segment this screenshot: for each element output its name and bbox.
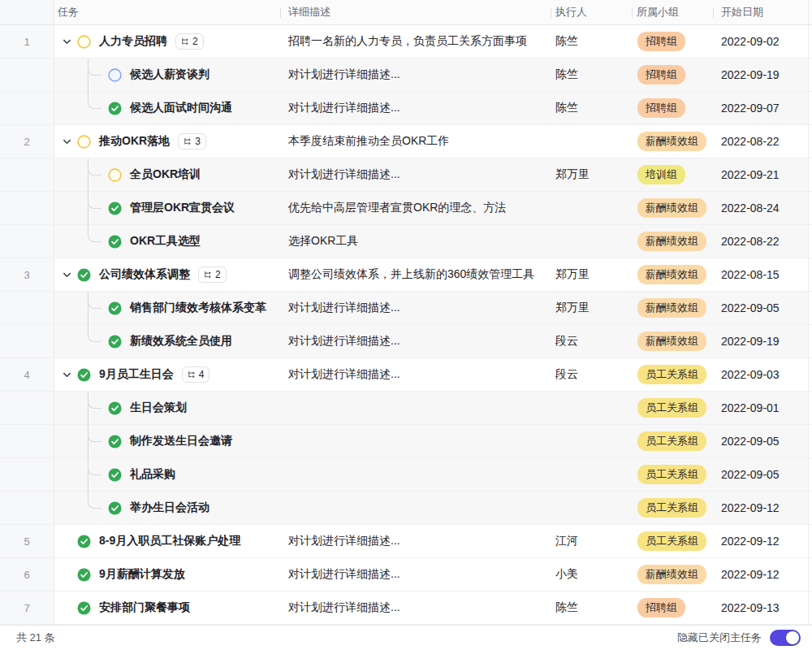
- description-cell[interactable]: 本季度结束前推动全员OKR工作: [280, 125, 551, 158]
- group-cell[interactable]: 薪酬绩效组: [632, 292, 713, 324]
- table-row[interactable]: 礼品采购员工关系组2022-09-05: [0, 458, 812, 492]
- group-cell[interactable]: 薪酬绩效组: [632, 258, 713, 291]
- description-cell[interactable]: 招聘一名新的人力专员，负责员工关系方面事项: [280, 25, 551, 58]
- executor-cell[interactable]: 郑万里: [551, 292, 632, 324]
- chevron-down-icon[interactable]: [63, 271, 71, 280]
- row-number-cell[interactable]: 1: [0, 25, 54, 58]
- start-date-cell[interactable]: 2022-09-21: [713, 158, 808, 191]
- description-cell[interactable]: 优先给中高层管理者宣贯OKR的理念、方法: [280, 192, 551, 224]
- group-cell[interactable]: 招聘组: [632, 92, 713, 124]
- group-cell[interactable]: 招聘组: [632, 25, 713, 58]
- group-pill[interactable]: 员工关系组: [637, 465, 706, 484]
- expand-chevron[interactable]: [63, 370, 77, 379]
- task-cell[interactable]: 人力专员招聘2: [54, 25, 280, 58]
- status-done-icon[interactable]: [77, 268, 91, 282]
- group-cell[interactable]: 薪酬绩效组: [632, 225, 713, 258]
- status-done-icon[interactable]: [108, 501, 122, 515]
- table-row[interactable]: 新绩效系统全员使用对计划进行详细描述...段云薪酬绩效组2022-09-19: [0, 325, 812, 358]
- start-date-cell[interactable]: 2022-09-01: [713, 392, 808, 424]
- status-done-icon[interactable]: [77, 601, 91, 615]
- executor-cell[interactable]: 陈竺: [551, 25, 632, 58]
- group-pill[interactable]: 薪酬绩效组: [637, 265, 706, 284]
- executor-cell[interactable]: 郑万里: [551, 258, 632, 291]
- group-cell[interactable]: 薪酬绩效组: [632, 325, 713, 358]
- table-row[interactable]: 69月薪酬计算发放对计划进行详细描述...小美薪酬绩效组2022-09-12: [0, 558, 812, 592]
- table-row[interactable]: 全员OKR培训对计划进行详细描述...郑万里培训组2022-09-21: [0, 158, 812, 192]
- description-cell[interactable]: 对计划进行详细描述...: [280, 292, 551, 324]
- executor-cell[interactable]: [551, 225, 632, 258]
- group-cell[interactable]: 培训组: [632, 158, 713, 191]
- task-cell[interactable]: 销售部门绩效考核体系变革: [54, 292, 280, 324]
- task-cell[interactable]: 管理层OKR宣贯会议: [54, 192, 280, 224]
- description-cell[interactable]: [280, 392, 551, 424]
- task-cell[interactable]: 9月员工生日会4: [54, 358, 280, 391]
- group-pill[interactable]: 薪酬绩效组: [637, 298, 706, 318]
- status-done-icon[interactable]: [77, 535, 91, 548]
- status-done-icon[interactable]: [108, 435, 122, 448]
- status-done-icon[interactable]: [108, 301, 122, 315]
- group-cell[interactable]: 员工关系组: [632, 358, 713, 391]
- group-cell[interactable]: 薪酬绩效组: [632, 125, 713, 158]
- description-cell[interactable]: 对计划进行详细描述...: [280, 558, 551, 591]
- status-done-icon[interactable]: [108, 335, 122, 349]
- task-cell[interactable]: 9月薪酬计算发放: [54, 558, 280, 591]
- description-cell[interactable]: 对计划进行详细描述...: [280, 58, 551, 91]
- start-date-cell[interactable]: 2022-09-19: [713, 325, 808, 358]
- executor-cell[interactable]: [551, 192, 632, 224]
- table-row[interactable]: 管理层OKR宣贯会议优先给中高层管理者宣贯OKR的理念、方法薪酬绩效组2022-…: [0, 192, 812, 225]
- row-number-cell[interactable]: 3: [0, 258, 54, 291]
- start-date-cell[interactable]: 2022-09-02: [713, 25, 808, 58]
- table-row[interactable]: 1人力专员招聘2招聘一名新的人力专员，负责员工关系方面事项陈竺招聘组2022-0…: [0, 25, 812, 58]
- table-row[interactable]: 7安排部门聚餐事项对计划进行详细描述...陈竺招聘组2022-09-13: [0, 592, 812, 625]
- start-date-cell[interactable]: 2022-09-12: [713, 492, 808, 524]
- group-pill[interactable]: 员工关系组: [637, 431, 706, 451]
- task-cell[interactable]: 候选人薪资谈判: [54, 58, 280, 91]
- column-header-start-date[interactable]: 开始日期: [713, 0, 808, 24]
- group-cell[interactable]: 薪酬绩效组: [632, 558, 713, 591]
- column-header-executor[interactable]: 执行人: [551, 0, 632, 24]
- executor-cell[interactable]: [551, 392, 632, 424]
- task-cell[interactable]: 礼品采购: [54, 458, 280, 491]
- description-cell[interactable]: 对计划进行详细描述...: [280, 592, 551, 624]
- table-row[interactable]: 58-9月入职员工社保账户处理对计划进行详细描述...江河员工关系组2022-0…: [0, 525, 812, 558]
- description-cell[interactable]: 调整公司绩效体系，并上线新的360绩效管理工具: [280, 258, 551, 291]
- task-cell[interactable]: OKR工具选型: [54, 225, 280, 258]
- description-cell[interactable]: 对计划进行详细描述...: [280, 358, 551, 391]
- start-date-cell[interactable]: 2022-09-05: [713, 458, 808, 491]
- group-pill[interactable]: 薪酬绩效组: [637, 332, 706, 351]
- task-cell[interactable]: 推动OKR落地3: [54, 125, 280, 158]
- expand-chevron[interactable]: [63, 137, 77, 146]
- task-cell[interactable]: 制作发送生日会邀请: [54, 425, 280, 457]
- table-row[interactable]: 候选人面试时间沟通对计划进行详细描述...陈竺招聘组2022-09-07: [0, 92, 812, 125]
- table-row[interactable]: 2推动OKR落地3本季度结束前推动全员OKR工作薪酬绩效组2022-08-22: [0, 125, 812, 158]
- status-done-icon[interactable]: [77, 568, 91, 582]
- group-pill[interactable]: 薪酬绩效组: [637, 132, 706, 151]
- start-date-cell[interactable]: 2022-09-07: [713, 92, 808, 124]
- status-done-icon[interactable]: [108, 102, 122, 115]
- executor-cell[interactable]: 郑万里: [551, 158, 632, 191]
- description-cell[interactable]: 对计划进行详细描述...: [280, 325, 551, 358]
- group-cell[interactable]: 员工关系组: [632, 392, 713, 424]
- executor-cell[interactable]: [551, 458, 632, 491]
- group-pill[interactable]: 招聘组: [637, 598, 685, 618]
- task-cell[interactable]: 公司绩效体系调整2: [54, 258, 280, 291]
- task-cell[interactable]: 生日会策划: [54, 392, 280, 424]
- start-date-cell[interactable]: 2022-08-15: [713, 258, 808, 291]
- group-pill[interactable]: 薪酬绩效组: [637, 198, 706, 218]
- subtask-count-badge[interactable]: 4: [182, 366, 210, 383]
- table-row[interactable]: OKR工具选型选择OKR工具薪酬绩效组2022-08-22: [0, 225, 812, 258]
- table-row[interactable]: 制作发送生日会邀请员工关系组2022-09-05: [0, 425, 812, 458]
- executor-cell[interactable]: 陈竺: [551, 592, 632, 624]
- executor-cell[interactable]: 江河: [551, 525, 632, 557]
- task-cell[interactable]: 新绩效系统全员使用: [54, 325, 280, 358]
- executor-cell[interactable]: [551, 425, 632, 457]
- start-date-cell[interactable]: 2022-09-12: [713, 525, 808, 557]
- executor-cell[interactable]: 陈竺: [551, 92, 632, 124]
- status-done-icon[interactable]: [108, 468, 122, 482]
- status-done-icon[interactable]: [108, 401, 122, 415]
- executor-cell[interactable]: [551, 492, 632, 524]
- group-cell[interactable]: 员工关系组: [632, 492, 713, 524]
- table-row[interactable]: 候选人薪资谈判对计划进行详细描述...陈竺招聘组2022-09-19: [0, 58, 812, 92]
- executor-cell[interactable]: 段云: [551, 358, 632, 391]
- task-cell[interactable]: 候选人面试时间沟通: [54, 92, 280, 124]
